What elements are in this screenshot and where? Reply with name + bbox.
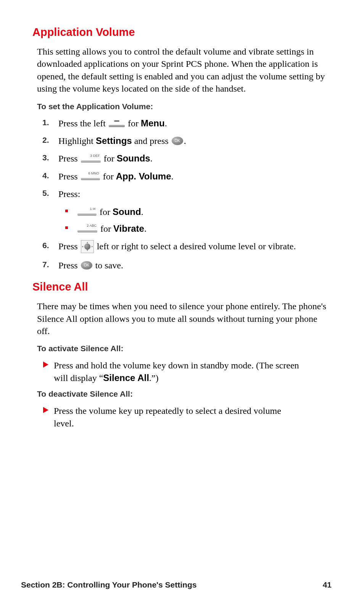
step-text: Press: xyxy=(58,189,80,199)
step-number: 4. xyxy=(42,170,49,181)
nav-key-icon: ▴▾◂▸ xyxy=(81,240,94,253)
footer-section: Section 2B: Controlling Your Phone's Set… xyxy=(21,580,196,589)
sub-item-sound: 1 ✉ for Sound. xyxy=(65,206,332,218)
sounds-label: Sounds xyxy=(117,153,150,163)
left-softkey-icon xyxy=(109,121,125,127)
ok-key-icon: OK xyxy=(172,137,183,145)
step-6: 6. Press ▴▾◂▸ left or right to select a … xyxy=(42,240,332,253)
app-volume-label: App. Volume xyxy=(116,171,171,181)
step-4: 4. Press 6 MNO for App. Volume. xyxy=(42,170,332,182)
settings-label: Settings xyxy=(96,136,132,146)
step-number: 7. xyxy=(42,259,49,270)
footer-page-number: 41 xyxy=(323,580,332,589)
heading-silence-all: Silence All xyxy=(32,281,332,293)
step-number: 6. xyxy=(42,240,49,251)
silence-all-label: Silence All xyxy=(103,373,149,383)
activate-instruction: Press and hold the volume key down in st… xyxy=(43,359,332,384)
heading-application-volume: Application Volume xyxy=(32,26,332,39)
key-label: 2 ABC xyxy=(87,223,97,228)
step-number: 3. xyxy=(42,152,49,163)
step-text: Press xyxy=(58,153,80,163)
step-text: . xyxy=(171,171,174,181)
triangle-icon xyxy=(43,362,48,368)
item-text: .”) xyxy=(149,373,159,383)
step-text: Highlight xyxy=(58,136,96,146)
intro-paragraph-2: There may be times when you need to sile… xyxy=(37,300,332,337)
key-1-icon: 1 ✉ xyxy=(77,210,97,216)
step-text: for xyxy=(97,207,113,217)
step-text: to save. xyxy=(93,260,123,270)
step-text: . xyxy=(184,136,186,146)
subhead-activate: To activate Silence All: xyxy=(37,344,332,353)
key-label: 3 DEF xyxy=(90,153,100,158)
step-7: 7. Press OK to save. xyxy=(42,259,332,271)
intro-paragraph: This setting allows you to control the d… xyxy=(37,45,332,95)
step-text: and press xyxy=(132,136,171,146)
sub-item-vibrate: 2 ABC for Vibrate. xyxy=(65,223,332,235)
step-text: for xyxy=(126,118,141,128)
key-label: 1 ✉ xyxy=(90,207,96,211)
arrow-list: Press the volume key up repeatedly to se… xyxy=(43,405,332,429)
key-6-icon: 6 MNO xyxy=(81,174,100,180)
bullet-icon xyxy=(65,210,68,212)
step-text: Press xyxy=(58,260,80,270)
menu-label: Menu xyxy=(141,118,165,128)
sub-items: 1 ✉ for Sound. 2 ABC for Vibrate. xyxy=(65,206,332,235)
step-text: Press the left xyxy=(58,118,108,128)
step-text: for xyxy=(98,224,113,234)
key-3-icon: 3 DEF xyxy=(81,157,101,163)
step-3: 3. Press 3 DEF for Sounds. xyxy=(42,152,332,165)
subhead-set-app-volume: To set the Application Volume: xyxy=(37,102,332,111)
key-label: 6 MNO xyxy=(88,171,99,176)
arrow-list: Press and hold the volume key down in st… xyxy=(43,359,332,384)
step-text: . xyxy=(165,118,167,128)
step-number: 5. xyxy=(42,188,49,199)
steps-list: 1. Press the left for Menu. 2. Highlight… xyxy=(42,117,332,272)
item-text: Press the volume key up repeatedly to se… xyxy=(54,406,281,428)
step-text: Press xyxy=(58,241,80,251)
step-5: 5. Press: 1 ✉ for Sound. 2 ABC for Vibra… xyxy=(42,188,332,235)
key-2-icon: 2 ABC xyxy=(77,226,97,232)
step-number: 2. xyxy=(42,135,49,145)
page-footer: Section 2B: Controlling Your Phone's Set… xyxy=(21,580,332,589)
step-1: 1. Press the left for Menu. xyxy=(42,117,332,129)
step-text: . xyxy=(141,207,143,217)
triangle-icon xyxy=(43,407,48,413)
step-number: 1. xyxy=(42,117,49,128)
bullet-icon xyxy=(65,226,68,229)
step-2: 2. Highlight Settings and press OK. xyxy=(42,135,332,147)
step-text: Press xyxy=(58,171,80,181)
step-text: for xyxy=(101,153,117,163)
item-text: Press and hold the volume key down in st… xyxy=(54,360,299,383)
step-text: . xyxy=(150,153,153,163)
sound-label: Sound xyxy=(113,207,141,217)
page-content: Application Volume This setting allows y… xyxy=(0,0,364,429)
step-text: left or right to select a desired volume… xyxy=(95,241,296,251)
deactivate-instruction: Press the volume key up repeatedly to se… xyxy=(43,405,332,429)
step-text: for xyxy=(101,171,116,181)
step-text: . xyxy=(144,224,147,234)
ok-key-icon: OK xyxy=(81,261,92,270)
subhead-deactivate: To deactivate Silence All: xyxy=(37,389,332,399)
vibrate-label: Vibrate xyxy=(113,223,144,234)
